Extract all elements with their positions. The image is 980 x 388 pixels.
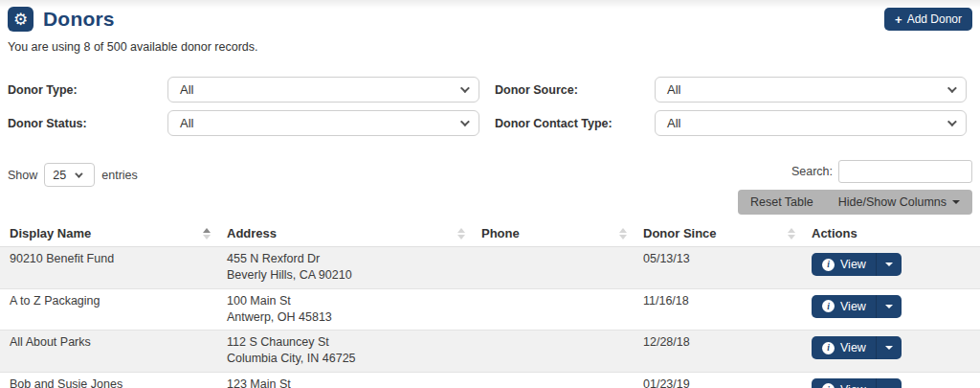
chevron-down-icon [460, 83, 470, 93]
show-label: Show [8, 169, 37, 182]
donor-since-cell: 12/28/18 [634, 331, 802, 373]
filter-donor-status: Donor Status: All [8, 110, 479, 136]
caret-down-icon [885, 262, 893, 266]
view-button[interactable]: i View [812, 253, 876, 276]
display-name-cell: 90210 Benefit Fund [0, 247, 217, 289]
sort-icon[interactable] [457, 228, 465, 240]
donor-contact-type-label: Donor Contact Type: [495, 117, 655, 130]
phone-cell [472, 372, 634, 388]
donor-source-label: Donor Source: [495, 83, 655, 97]
info-icon: i [822, 342, 835, 354]
view-split-button: i View [812, 253, 902, 276]
table-row: A to Z Packaging 100 Main St Antwerp, OH… [0, 288, 980, 331]
donor-type-select[interactable]: All [167, 77, 479, 103]
add-donor-button[interactable]: + Add Donor [884, 8, 972, 31]
info-icon: i [822, 300, 835, 312]
column-header-address[interactable]: Address [217, 221, 472, 247]
display-name-cell: A to Z Packaging [0, 288, 217, 331]
entries-label: entries [101, 169, 138, 182]
display-name-cell: All About Parks [0, 331, 217, 373]
column-header-donor-since[interactable]: Donor Since [634, 221, 802, 247]
usage-text: You are using 8 of 500 available donor r… [0, 33, 980, 54]
phone-cell [472, 331, 634, 373]
entries-per-page-select[interactable]: 25 [44, 163, 95, 187]
address-cell: 455 N Rexford Dr Beverly Hills, CA 90210 [217, 247, 472, 289]
donor-since-cell: 05/13/13 [634, 247, 802, 289]
chevron-down-icon [947, 117, 957, 126]
search-label: Search: [791, 165, 833, 178]
page-title: Donors [43, 8, 115, 31]
donor-status-value: All [180, 116, 193, 130]
actions-cell: i View [802, 372, 980, 388]
donors-table: Display Name Address Phone Donor Since A… [0, 221, 980, 388]
caret-down-icon [952, 200, 960, 204]
filter-donor-type: Donor Type: All [8, 77, 479, 103]
donor-source-select[interactable]: All [655, 77, 967, 103]
reset-table-label: Reset Table [750, 195, 813, 209]
table-controls: Show 25 entries Search: Reset Table Hide… [0, 160, 980, 215]
sort-icon[interactable] [788, 228, 795, 240]
donor-type-label: Donor Type: [8, 83, 167, 97]
sort-asc-icon[interactable] [203, 228, 211, 240]
hide-show-columns-button[interactable]: Hide/Show Columns [826, 190, 972, 215]
actions-cell: i View [802, 288, 980, 331]
donor-source-value: All [667, 82, 680, 97]
info-icon: i [822, 383, 835, 388]
filters-section: Donor Type: All Donor Source: All Donor … [0, 77, 980, 136]
sort-icon[interactable] [619, 228, 627, 240]
plus-icon: + [895, 13, 902, 26]
donor-status-select[interactable]: All [167, 110, 479, 136]
view-dropdown-toggle[interactable] [876, 295, 902, 318]
entries-value: 25 [53, 169, 66, 182]
view-split-button: i View [812, 336, 902, 359]
donor-type-value: All [180, 82, 193, 97]
donors-page: ⚙ Donors + Add Donor You are using 8 of … [0, 0, 980, 388]
address-cell: 112 S Chauncey St Columbia City, IN 4672… [217, 331, 472, 373]
show-entries-control: Show 25 entries [8, 163, 138, 187]
donor-since-cell: 11/16/18 [634, 288, 802, 331]
view-dropdown-toggle[interactable] [876, 378, 902, 388]
column-header-phone[interactable]: Phone [472, 221, 634, 247]
actions-cell: i View [802, 247, 980, 289]
chevron-down-icon [75, 170, 82, 177]
search-control: Search: [791, 160, 972, 183]
caret-down-icon [885, 346, 893, 350]
chevron-down-icon [460, 117, 470, 126]
page-header: ⚙ Donors + Add Donor [0, 0, 980, 33]
column-header-display-name[interactable]: Display Name [0, 221, 217, 247]
donor-contact-type-select[interactable]: All [655, 110, 967, 136]
address-cell: 123 Main St Fort Wayne, IN 46802 [217, 372, 472, 388]
view-button[interactable]: i View [812, 336, 876, 359]
filter-donor-source: Donor Source: All [495, 77, 967, 103]
info-icon: i [822, 259, 835, 271]
address-cell: 100 Main St Antwerp, OH 45813 [217, 288, 472, 331]
view-dropdown-toggle[interactable] [876, 253, 902, 276]
view-button[interactable]: i View [812, 295, 876, 318]
view-button[interactable]: i View [812, 378, 876, 388]
gear-icon: ⚙ [8, 7, 33, 32]
phone-cell [472, 247, 634, 289]
hide-show-columns-label: Hide/Show Columns [838, 195, 947, 209]
view-dropdown-toggle[interactable] [876, 336, 902, 359]
view-split-button: i View [812, 378, 902, 388]
caret-down-icon [885, 305, 893, 308]
view-split-button: i View [812, 295, 902, 318]
search-input[interactable] [838, 160, 972, 183]
reset-table-button[interactable]: Reset Table [738, 190, 826, 215]
chevron-down-icon [947, 83, 957, 93]
phone-cell [472, 288, 634, 331]
filter-donor-contact-type: Donor Contact Type: All [495, 110, 967, 136]
table-row: Bob and Susie Jones 123 Main St Fort Way… [0, 372, 980, 388]
controls-right: Search: Reset Table Hide/Show Columns [738, 160, 972, 215]
add-donor-label: Add Donor [907, 12, 962, 26]
donor-contact-type-value: All [667, 116, 680, 130]
column-header-actions: Actions [802, 221, 980, 247]
header-title-group: ⚙ Donors [8, 7, 115, 32]
donor-since-cell: 01/23/19 [634, 372, 802, 388]
table-buttons-group: Reset Table Hide/Show Columns [738, 190, 972, 215]
actions-cell: i View [802, 331, 980, 373]
table-row: 90210 Benefit Fund 455 N Rexford Dr Beve… [0, 247, 980, 289]
donor-status-label: Donor Status: [8, 117, 167, 130]
table-header-row: Display Name Address Phone Donor Since A… [0, 221, 980, 247]
display-name-cell: Bob and Susie Jones [0, 372, 217, 388]
